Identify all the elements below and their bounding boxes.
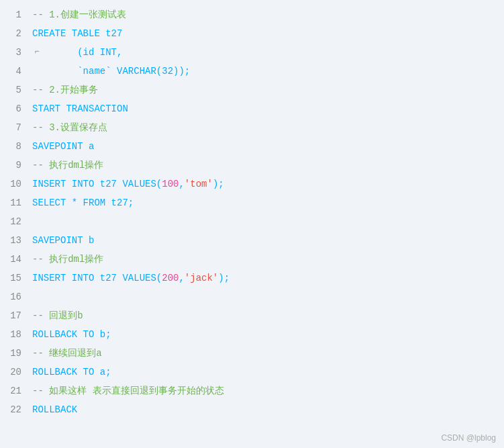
line-content: (id INT, [32, 44, 504, 61]
token: 'tom' [185, 179, 213, 189]
code-line: 22ROLLBACK [0, 400, 504, 419]
token: INSERT INTO t27 VALUES( [32, 273, 162, 283]
line-content: -- 执行dml操作 [32, 251, 504, 268]
line-content [32, 288, 504, 306]
line-number: 20 [0, 363, 32, 381]
line-content: INSERT INTO t27 VALUES(200,'jack'); [32, 269, 504, 287]
token: , [179, 179, 184, 189]
line-content: CREATE TABLE t27 [32, 25, 504, 42]
token: -- 2.开始事务 [32, 85, 98, 95]
line-content: -- 2.开始事务 [32, 81, 504, 99]
token: `name` VARCHAR(32)); [32, 66, 190, 77]
line-number: 17 [0, 307, 32, 324]
line-number: 12 [0, 213, 32, 230]
token: -- 执行dml操作 [32, 160, 103, 171]
line-content: SELECT * FROM t27; [32, 194, 504, 212]
token: ); [213, 179, 224, 189]
token: (id INT, [32, 47, 122, 58]
token: -- 回退到b [32, 310, 83, 321]
code-line: 8SAVEPOINT a [0, 137, 504, 156]
token: -- 执行dml操作 [32, 254, 103, 265]
code-line: 19-- 继续回退到a [0, 344, 504, 363]
line-content: ROLLBACK TO b; [32, 326, 504, 343]
bracket-indicator: ⌐ [32, 43, 42, 60]
code-line: 4 `name` VARCHAR(32)); [0, 62, 504, 81]
code-line: 20ROLLBACK TO a; [0, 363, 504, 382]
line-number: 13 [0, 232, 32, 249]
code-line: 14-- 执行dml操作 [0, 250, 504, 269]
code-line: 1-- 1.创建一张测试表 [0, 5, 504, 24]
code-line: 13SAVEPOINT b [0, 231, 504, 250]
line-number: 9 [0, 156, 32, 174]
token: START TRANSACTION [32, 103, 128, 114]
token: ROLLBACK TO a; [32, 367, 111, 377]
code-line: 15INSERT INTO t27 VALUES(200,'jack'); [0, 269, 504, 287]
line-content: `name` VARCHAR(32)); [32, 62, 504, 80]
token: 100 [162, 179, 179, 189]
line-number: 14 [0, 251, 32, 268]
code-line: 17-- 回退到b [0, 306, 504, 325]
line-content: START TRANSACTION [32, 100, 504, 118]
token: SELECT * FROM t27; [32, 197, 134, 208]
token: CREATE TABLE t27 [32, 28, 122, 39]
token: , [179, 273, 184, 283]
token: INSERT INTO t27 VALUES( [32, 179, 162, 189]
line-content: ROLLBACK TO a; [32, 363, 504, 381]
code-line: 10INSERT INTO t27 VALUES(100,'tom'); [0, 175, 504, 193]
code-line: 16 [0, 287, 504, 306]
code-line: 3⌐ (id INT, [0, 43, 504, 62]
line-content [32, 213, 504, 230]
code-line: 9-- 执行dml操作 [0, 156, 504, 175]
line-content: -- 执行dml操作 [32, 156, 504, 174]
line-number: 22 [0, 401, 32, 418]
line-number: 15 [0, 269, 32, 287]
code-line: 7-- 3.设置保存点 [0, 118, 504, 137]
editor-container: 1-- 1.创建一张测试表2CREATE TABLE t273⌐ (id INT… [0, 0, 504, 448]
line-number: 4 [0, 62, 32, 80]
token: SAVEPOINT b [32, 235, 94, 246]
code-line: 12 [0, 212, 504, 231]
line-number: 5 [0, 81, 32, 99]
code-line: 2CREATE TABLE t27 [0, 24, 504, 43]
line-content: -- 1.创建一张测试表 [32, 6, 504, 24]
line-number: 7 [0, 119, 32, 136]
line-number: 1 [0, 6, 32, 24]
code-line: 6START TRANSACTION [0, 99, 504, 118]
line-number: 6 [0, 100, 32, 118]
token: 'jack' [185, 273, 218, 283]
line-number: 18 [0, 326, 32, 343]
line-content: ROLLBACK [32, 401, 504, 418]
line-number: 11 [0, 194, 32, 212]
line-content: -- 如果这样 表示直接回退到事务开始的状态 [32, 382, 504, 400]
line-content: -- 回退到b [32, 307, 504, 324]
token: -- 继续回退到a [32, 348, 102, 359]
watermark: CSDN @lpblog [441, 433, 496, 443]
token: -- 3.设置保存点 [32, 122, 107, 133]
line-content: -- 3.设置保存点 [32, 119, 504, 136]
line-number: 21 [0, 382, 32, 400]
token: 200 [162, 273, 179, 283]
token: ROLLBACK [32, 404, 77, 415]
line-content: SAVEPOINT a [32, 138, 504, 155]
token: -- 1.创建一张测试表 [32, 9, 126, 20]
line-content: -- 继续回退到a [32, 345, 504, 362]
line-number: 10 [0, 175, 32, 193]
code-line: 18ROLLBACK TO b; [0, 325, 504, 344]
line-content: INSERT INTO t27 VALUES(100,'tom'); [32, 175, 504, 193]
code-block: 1-- 1.创建一张测试表2CREATE TABLE t273⌐ (id INT… [0, 5, 504, 419]
token: SAVEPOINT a [32, 141, 94, 152]
token: ROLLBACK TO b; [32, 329, 111, 340]
token: ); [218, 273, 230, 283]
line-number: 3 [0, 44, 32, 61]
line-content: SAVEPOINT b [32, 232, 504, 249]
code-line: 21-- 如果这样 表示直接回退到事务开始的状态 [0, 382, 504, 400]
line-number: 2 [0, 25, 32, 42]
line-number: 16 [0, 288, 32, 306]
line-number: 19 [0, 345, 32, 362]
token: -- 如果这样 表示直接回退到事务开始的状态 [32, 386, 224, 396]
code-line: 11SELECT * FROM t27; [0, 193, 504, 212]
code-line: 5-- 2.开始事务 [0, 81, 504, 99]
line-number: 8 [0, 138, 32, 155]
